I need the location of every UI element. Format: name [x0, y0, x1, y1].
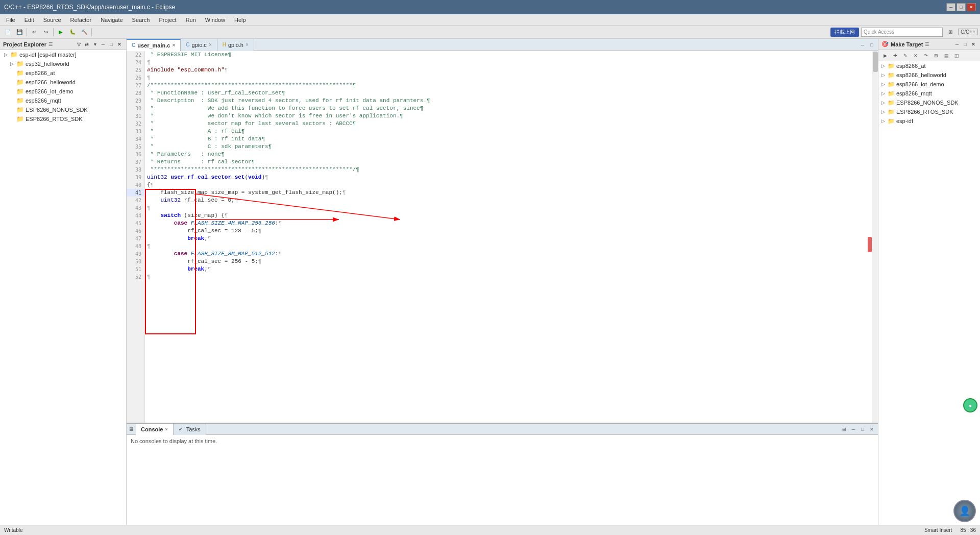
rp-arrow-2: ▷ [881, 72, 888, 78]
rp-tree-item-rtos[interactable]: ▷ 📁 ESP8266_RTOS_SDK [878, 107, 980, 116]
menu-help[interactable]: Help [230, 16, 250, 24]
window-controls: ─ □ ✕ [946, 3, 976, 11]
tree-item-esp8266mqtt[interactable]: 📁 esp8266_mqtt [0, 96, 126, 105]
menu-source[interactable]: Source [39, 16, 65, 24]
lang-btn[interactable]: 拦截上网 [830, 28, 859, 37]
rp-folder-2: 📁 [888, 72, 895, 79]
ln-37: 37 [127, 158, 144, 166]
make-btn-2[interactable]: ✚ [891, 52, 900, 60]
scroll-thumb[interactable] [873, 52, 878, 72]
build-button[interactable]: 🔨 [79, 27, 90, 37]
ln-48: 48 [127, 242, 144, 250]
rp-tree-item-nonos[interactable]: ▷ 📁 ESP8266_NONOS_SDK [878, 98, 980, 107]
tab-gpio-h[interactable]: H gpio.h × [217, 39, 254, 51]
sidebar-close-button[interactable]: ✕ [116, 41, 123, 48]
code-line-31: * we don't know which sector is free in … [147, 112, 876, 120]
tree-item-esp8266at[interactable]: 📁 esp8266_at [0, 68, 126, 78]
rp-minimize-btn[interactable]: ─ [953, 41, 961, 48]
sidebar-menu-button[interactable]: ▾ [91, 41, 99, 48]
sidebar-maximize-button[interactable]: □ [108, 41, 115, 48]
avatar[interactable]: 👤 [953, 500, 976, 522]
make-btn-8[interactable]: ◫ [952, 52, 961, 60]
tree-item-esp32[interactable]: ▷ 📁 esp32_helloworld [0, 59, 126, 68]
menu-run[interactable]: Run [182, 16, 200, 24]
tab-tasks[interactable]: ✔ Tasks [174, 424, 206, 435]
tree-item-esp8266iot[interactable]: 📁 esp8266_iot_demo [0, 87, 126, 96]
sidebar-minimize-button[interactable]: ─ [100, 41, 107, 48]
quick-access-box[interactable]: Quick Access [861, 28, 943, 37]
folder-icon-rtos: 📁 [16, 115, 24, 123]
code-line-40: {¶ [147, 181, 876, 189]
rp-tree-item-esp8266hello[interactable]: ▷ 📁 esp8266_helloworld [878, 70, 980, 80]
tab-label-user-main: user_main.c [137, 42, 170, 48]
debug-button[interactable]: 🐛 [67, 27, 78, 37]
link-editor-button[interactable]: ⇄ [83, 41, 90, 48]
console-close-btn[interactable]: ✕ [868, 425, 876, 433]
project-explorer-panel: Project Explorer ☰ ▽ ⇄ ▾ ─ □ ✕ ▷ 📁 esp-i… [0, 39, 127, 525]
console-newconsole-btn[interactable]: ⊞ [840, 425, 848, 433]
ln-29: 29 [127, 97, 144, 105]
tree-item-rtos[interactable]: 📁 ESP8266_RTOS_SDK [0, 114, 126, 124]
perspective-btn[interactable]: ⊞ [945, 27, 956, 37]
rp-folder-1: 📁 [888, 63, 895, 69]
toolbar-right: 拦截上网 Quick Access ⊞ C/C++ [830, 27, 978, 37]
tab-user-main[interactable]: C user_main.c × [127, 39, 181, 51]
rp-tree-item-esp8266at[interactable]: ▷ 📁 esp8266_at [878, 61, 980, 70]
save-button[interactable]: 💾 [14, 27, 25, 37]
make-btn-6[interactable]: ⊞ [932, 52, 941, 60]
redo-button[interactable]: ↪ [40, 27, 52, 37]
menu-search[interactable]: Search [128, 16, 154, 24]
menu-refactor[interactable]: Refactor [66, 16, 96, 24]
tab-console[interactable]: Console × [136, 424, 174, 435]
menu-navigate[interactable]: Navigate [96, 16, 127, 24]
menu-project[interactable]: Project [155, 16, 180, 24]
make-btn-1[interactable]: ▶ [880, 52, 890, 60]
close-button[interactable]: ✕ [967, 3, 976, 11]
tree-arrow-esp32: ▷ [10, 61, 16, 66]
tab-close-user-main[interactable]: × [172, 42, 175, 48]
ln-25: 25 [127, 66, 144, 74]
make-btn-4[interactable]: ✕ [911, 52, 920, 60]
tab-close-gpio-h[interactable]: × [246, 42, 249, 47]
code-line-51: break;¶ [147, 265, 876, 273]
console-minimize-btn[interactable]: ─ [849, 425, 857, 433]
make-btn-5[interactable]: ↷ [921, 52, 930, 60]
code-content[interactable]: * ESPRESSIF MIT License¶ ¶ #include "esp… [145, 51, 878, 423]
make-btn-3[interactable]: ✎ [901, 52, 910, 60]
undo-button[interactable]: ↩ [29, 27, 40, 37]
menu-edit[interactable]: Edit [20, 16, 38, 24]
tab-close-gpio-c[interactable]: × [209, 42, 212, 47]
rp-tree-item-espidf[interactable]: ▷ 📁 esp-idf [878, 116, 980, 126]
tab-gpio-c[interactable]: C gpio.c × [181, 39, 217, 51]
menu-file[interactable]: File [2, 16, 19, 24]
tree-label-esp8266hello: esp8266_helloworld [26, 79, 76, 85]
green-status-circle[interactable]: ● [963, 398, 977, 412]
maximize-button[interactable]: □ [957, 3, 966, 11]
tree-item-nonos[interactable]: 📁 ESP8266_NONOS_SDK [0, 105, 126, 114]
vertical-scrollbar[interactable] [872, 51, 878, 423]
right-panel-controls: ─ □ ✕ [953, 41, 977, 48]
rp-tree-item-esp8266mqtt[interactable]: ▷ 📁 esp8266_mqtt [878, 89, 980, 98]
code-line-41: flash_size_map size_map = system_get_fla… [147, 189, 876, 197]
code-line-39: uint32 user_rf_cal_sector_set(void)¶ [147, 174, 876, 181]
run-button[interactable]: ▶ [55, 27, 66, 37]
new-button[interactable]: 📄 [2, 27, 13, 37]
make-btn-7[interactable]: ▤ [942, 52, 951, 60]
console-tab-close[interactable]: × [165, 427, 167, 432]
editor-maximize-button[interactable]: □ [868, 41, 876, 49]
menu-window[interactable]: Window [201, 16, 229, 24]
editor-minimize-button[interactable]: ─ [859, 41, 867, 49]
tree-item-esp-idf[interactable]: ▷ 📁 esp-idf [esp-idf master] [0, 50, 126, 59]
status-position: 85 : 36 [960, 527, 976, 533]
rp-close-btn[interactable]: ✕ [970, 41, 977, 48]
tree-item-esp8266hello[interactable]: 📁 esp8266_helloworld [0, 78, 126, 87]
minimize-button[interactable]: ─ [946, 3, 955, 11]
ln-39: 39 [127, 174, 144, 181]
collapse-all-button[interactable]: ▽ [75, 41, 82, 48]
sidebar-title-icon: ☰ [48, 42, 53, 47]
code-line-26: ¶ [147, 74, 876, 82]
cpp-perspective[interactable]: C/C++ [958, 29, 978, 35]
rp-tree-item-esp8266iot[interactable]: ▷ 📁 esp8266_iot_demo [878, 80, 980, 89]
console-maximize-btn[interactable]: □ [859, 425, 867, 433]
rp-maximize-btn[interactable]: □ [962, 41, 969, 48]
